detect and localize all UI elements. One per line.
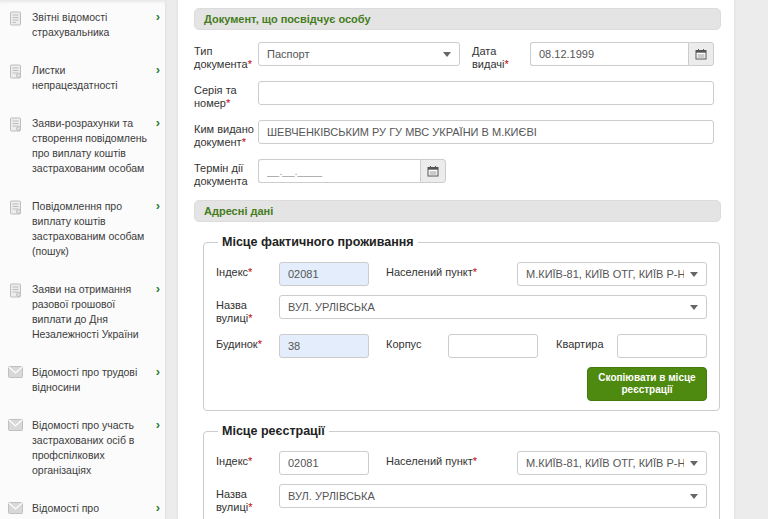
required-asterisk: *: [248, 501, 252, 513]
registration-index-input[interactable]: [279, 451, 369, 475]
chevron-down-icon: [690, 272, 698, 277]
registration-settlement-value: М.КИЇВ-81, КИЇВ ОТГ, КИЇВ Р-Н, КИЇВ ОБЛ.: [526, 457, 684, 469]
sheet-icon: [8, 200, 24, 217]
series-number-label: Серія та номер*: [194, 81, 258, 110]
registration-street-value: ВУЛ. УРЛІВСЬКА: [288, 490, 684, 502]
doc-type-label: Тип документа*: [194, 42, 258, 71]
residence-legend: Місце фактичного проживання: [218, 235, 418, 249]
chevron-down-icon: [690, 461, 698, 466]
sidebar-item-trudovi-vidnosyny[interactable]: Відомості про трудові відносини ›: [8, 365, 160, 395]
sidebar-item-profspilky[interactable]: Відомості про участь застрахованих осіб …: [8, 418, 160, 478]
issue-date-input[interactable]: [530, 42, 688, 66]
required-asterisk: *: [473, 266, 477, 278]
registration-settlement-select[interactable]: М.КИЇВ-81, КИЇВ ОТГ, КИЇВ Р-Н, КИЇВ ОБЛ.: [517, 451, 707, 475]
settlement-label: Населений пункт*: [386, 451, 517, 467]
required-asterisk: *: [248, 312, 252, 324]
required-asterisk: *: [504, 58, 508, 70]
chevron-right-icon: ›: [148, 501, 160, 515]
residence-building-input[interactable]: [279, 334, 369, 358]
chevron-right-icon: ›: [148, 116, 160, 130]
envelope-icon: [8, 502, 24, 516]
residence-street-select[interactable]: ВУЛ. УРЛІВСЬКА: [279, 295, 707, 319]
sidebar-item-medychnyi-ohliad[interactable]: Відомості про медичний огляд працівників…: [8, 501, 160, 519]
required-asterisk: *: [258, 338, 262, 350]
sidebar-item-label: Заяви-розрахунки та створення повідомлен…: [32, 116, 148, 176]
sidebar-item-povidomlennia-poshuk[interactable]: Повідомлення про виплату коштів застрахо…: [8, 199, 160, 259]
chevron-right-icon: ›: [148, 282, 160, 296]
street-label: Назва вулиці*: [216, 484, 279, 514]
residence-apartment-input[interactable]: [617, 334, 707, 358]
sidebar-item-zaiavy-razova-vyplata[interactable]: Заяви на отримання разової грошової випл…: [8, 282, 160, 342]
required-asterisk: *: [248, 266, 252, 278]
sidebar-item-zaiavy-rozrakhunky[interactable]: Заяви-розрахунки та створення повідомлен…: [8, 116, 160, 176]
settlement-label: Населений пункт*: [386, 262, 517, 278]
copy-to-registration-button[interactable]: Скопіювати в місце реєстрації: [587, 367, 707, 401]
index-label: Індекс*: [216, 262, 279, 279]
residence-block-input[interactable]: [448, 334, 538, 358]
building-label: Будинок*: [216, 334, 279, 351]
issued-by-label: Ким видано документ*: [194, 120, 258, 149]
sidebar-item-lystky-nepratsezdatnosti[interactable]: Листки непрацездатності ›: [8, 63, 160, 93]
required-asterisk: *: [248, 58, 252, 70]
residence-fieldset: Місце фактичного проживання Індекс* Насе…: [203, 235, 720, 411]
main-content: Документ, що посвідчує особу Тип докумен…: [178, 0, 734, 519]
block-label: Корпус: [386, 334, 448, 350]
sheet-icon: [8, 117, 24, 134]
sidebar-item-label: Відомості про медичний огляд працівників: [32, 501, 148, 519]
chevron-right-icon: ›: [148, 63, 160, 77]
sidebar-item-zvitni-vidomosti[interactable]: Звітні відомості страхувальника ›: [8, 10, 160, 40]
report-icon: [8, 11, 24, 28]
doc-type-select[interactable]: Паспорт: [258, 42, 460, 66]
registration-fieldset: Місце реєстрації Індекс* Населений пункт…: [203, 424, 720, 519]
app-window: Звітні відомості страхувальника › Листки…: [0, 0, 768, 519]
index-label: Індекс*: [216, 451, 279, 468]
chevron-right-icon: ›: [148, 418, 160, 432]
calendar-button[interactable]: [688, 42, 714, 66]
sheet-icon: [8, 283, 24, 300]
chevron-down-icon: [690, 494, 698, 499]
street-label: Назва вулиці*: [216, 295, 279, 325]
section-header-address-data: Адресні дані: [194, 200, 721, 222]
required-asterisk: *: [242, 136, 246, 148]
sidebar-item-label: Заяви на отримання разової грошової випл…: [32, 282, 148, 342]
registration-street-select[interactable]: ВУЛ. УРЛІВСЬКА: [279, 484, 707, 508]
envelope-icon: [8, 419, 24, 433]
residence-settlement-value: М.КИЇВ-81, КИЇВ ОТГ, КИЇВ Р-Н, КИЇВ ОБЛ.: [526, 268, 684, 280]
sidebar-item-label: Відомості про трудові відносини: [32, 365, 148, 395]
section-header-identity-document: Документ, що посвідчує особу: [194, 8, 721, 30]
sidebar-item-label: Повідомлення про виплату коштів застрахо…: [32, 199, 148, 259]
required-asterisk: *: [473, 455, 477, 467]
doc-type-value: Паспорт: [267, 48, 437, 60]
chevron-right-icon: ›: [148, 10, 160, 24]
required-asterisk: *: [248, 455, 252, 467]
apartment-label: Квартира: [556, 334, 617, 350]
required-asterisk: *: [226, 97, 230, 109]
residence-street-value: ВУЛ. УРЛІВСЬКА: [288, 301, 684, 313]
calendar-icon: [427, 165, 439, 177]
calendar-icon: [695, 48, 707, 60]
envelope-icon: [8, 366, 24, 380]
sheet-icon: [8, 64, 24, 81]
registration-legend: Місце реєстрації: [218, 424, 329, 438]
issued-by-input[interactable]: [258, 120, 714, 144]
residence-index-input[interactable]: [279, 262, 369, 286]
sidebar-item-label: Листки непрацездатності: [32, 63, 148, 93]
residence-settlement-select[interactable]: М.КИЇВ-81, КИЇВ ОТГ, КИЇВ Р-Н, КИЇВ ОБЛ.: [517, 262, 707, 286]
chevron-right-icon: ›: [148, 199, 160, 213]
calendar-button[interactable]: [420, 159, 446, 183]
chevron-right-icon: ›: [148, 365, 160, 379]
sidebar-item-label: Відомості про участь застрахованих осіб …: [32, 418, 148, 478]
issue-date-label: Дата видачі*: [472, 42, 530, 71]
chevron-down-icon: [443, 52, 451, 57]
sidebar-menu: Звітні відомості страхувальника › Листки…: [0, 0, 165, 519]
chevron-down-icon: [690, 305, 698, 310]
series-number-input[interactable]: [258, 81, 714, 105]
validity-term-input[interactable]: [258, 159, 420, 183]
sidebar-item-label: Звітні відомості страхувальника: [32, 10, 148, 40]
validity-term-label: Термін дії документа: [194, 159, 258, 188]
